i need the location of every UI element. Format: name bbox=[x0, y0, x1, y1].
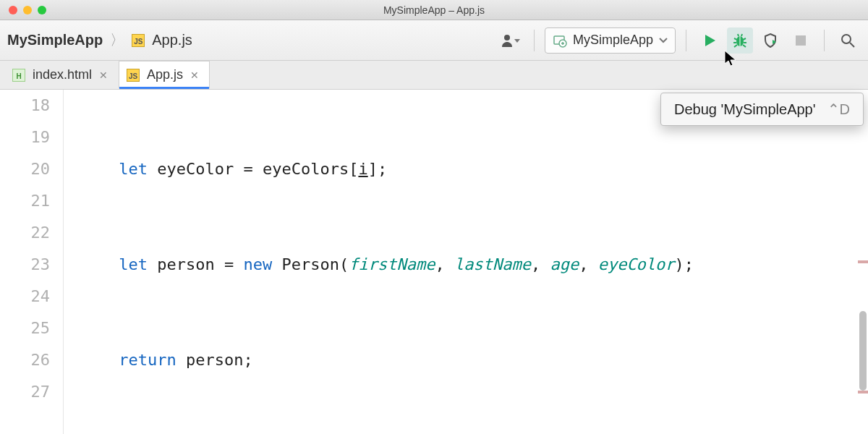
code-line[interactable]: return person; bbox=[71, 344, 868, 376]
tooltip-shortcut: ⌃D bbox=[827, 101, 850, 118]
svg-line-9 bbox=[734, 45, 737, 47]
html-file-icon: H bbox=[12, 69, 25, 82]
line-number[interactable]: 20 bbox=[0, 153, 50, 185]
line-number[interactable]: 21 bbox=[0, 185, 50, 217]
tab-label: index.html bbox=[33, 67, 92, 82]
chevron-right-icon: 〉 bbox=[110, 30, 124, 50]
user-dropdown[interactable] bbox=[498, 27, 524, 54]
js-file-icon: JS bbox=[127, 69, 140, 82]
minimize-window-icon[interactable] bbox=[23, 6, 32, 14]
separator bbox=[686, 30, 686, 51]
tooltip-text: Debug 'MySimpleApp' bbox=[674, 101, 816, 118]
scrollbar-marker[interactable] bbox=[858, 391, 868, 393]
main-toolbar: MySimpleApp 〉 JS App.js MySimpleApp bbox=[0, 20, 868, 61]
code-line[interactable]: let person = new Person(firstName, lastN… bbox=[71, 249, 868, 281]
breadcrumb-project[interactable]: MySimpleApp bbox=[7, 32, 103, 48]
line-number[interactable]: 18 bbox=[0, 90, 50, 122]
line-number[interactable]: 25 bbox=[0, 312, 50, 344]
tab-app-js[interactable]: JS App.js ✕ bbox=[119, 61, 210, 89]
window-title: MySimpleApp – App.js bbox=[0, 4, 868, 16]
coverage-button[interactable] bbox=[757, 27, 783, 54]
svg-line-10 bbox=[743, 45, 746, 47]
line-number[interactable]: 19 bbox=[0, 122, 50, 153]
separator bbox=[824, 30, 825, 51]
close-icon[interactable]: ✕ bbox=[99, 69, 108, 81]
separator bbox=[534, 30, 535, 51]
close-icon[interactable]: ✕ bbox=[190, 69, 199, 81]
chevron-down-icon bbox=[659, 38, 668, 43]
line-number[interactable]: 26 bbox=[0, 344, 50, 376]
line-number[interactable]: 24 bbox=[0, 281, 50, 312]
run-config-icon bbox=[553, 33, 567, 48]
debug-tooltip: Debug 'MySimpleApp' ⌃D bbox=[660, 93, 864, 126]
code-area[interactable]: let eyeColor = eyeColors[i]; let person … bbox=[64, 90, 868, 434]
gutter[interactable]: 18 19 20 21 22 23 24 25 26 27 bbox=[0, 90, 64, 434]
breadcrumb[interactable]: MySimpleApp 〉 JS App.js bbox=[7, 30, 192, 50]
run-button[interactable] bbox=[697, 27, 723, 54]
run-config-selector[interactable]: MySimpleApp bbox=[545, 27, 676, 54]
code-line[interactable]: let eyeColor = eyeColors[i]; bbox=[71, 153, 868, 185]
zoom-window-icon[interactable] bbox=[38, 6, 46, 14]
line-number[interactable]: 22 bbox=[0, 217, 50, 249]
window-controls bbox=[0, 6, 46, 14]
stop-button[interactable] bbox=[788, 27, 814, 54]
scrollbar-thumb[interactable] bbox=[859, 311, 867, 391]
svg-point-14 bbox=[842, 35, 851, 43]
svg-line-11 bbox=[738, 34, 739, 36]
tab-index-html[interactable]: H index.html ✕ bbox=[4, 61, 119, 89]
debug-button[interactable] bbox=[727, 27, 753, 54]
tab-label: App.js bbox=[147, 67, 183, 82]
editor-tabs: H index.html ✕ JS App.js ✕ bbox=[0, 61, 868, 90]
search-button[interactable] bbox=[835, 27, 861, 54]
line-number[interactable]: 23 bbox=[0, 249, 50, 281]
window-titlebar: MySimpleApp – App.js bbox=[0, 0, 868, 20]
svg-line-12 bbox=[741, 34, 742, 36]
svg-line-6 bbox=[743, 38, 746, 40]
js-file-icon: JS bbox=[132, 34, 145, 47]
breadcrumb-file[interactable]: App.js bbox=[152, 32, 192, 48]
run-config-label: MySimpleApp bbox=[573, 33, 653, 48]
line-number[interactable]: 27 bbox=[0, 376, 50, 408]
svg-line-5 bbox=[734, 38, 737, 40]
svg-line-15 bbox=[850, 43, 854, 47]
close-window-icon[interactable] bbox=[9, 6, 17, 14]
scrollbar-marker[interactable] bbox=[858, 260, 868, 263]
svg-point-0 bbox=[504, 35, 510, 41]
code-editor[interactable]: 18 19 20 21 22 23 24 25 26 27 let eyeCol… bbox=[0, 90, 868, 434]
svg-rect-13 bbox=[796, 35, 806, 46]
